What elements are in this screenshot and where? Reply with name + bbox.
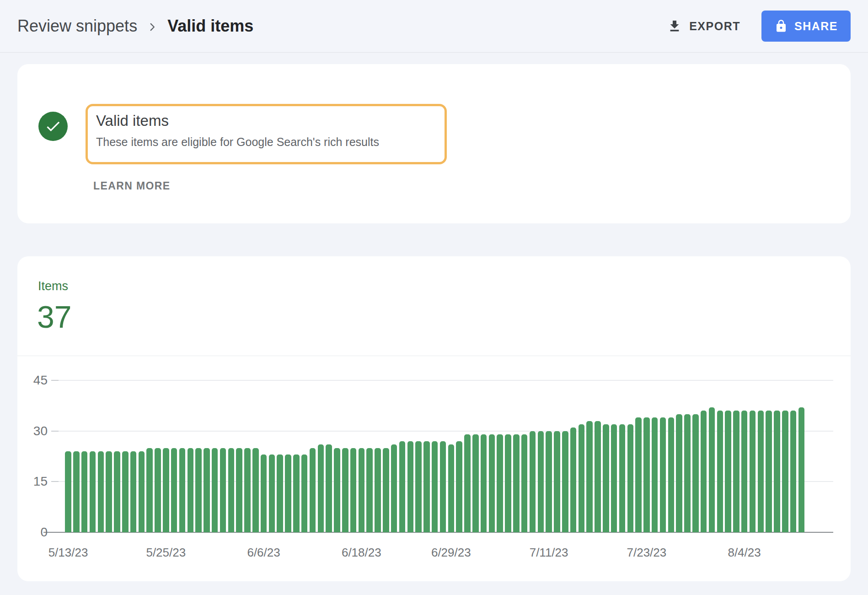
bar[interactable] <box>774 411 780 532</box>
bar[interactable] <box>179 448 186 532</box>
bar[interactable] <box>212 448 218 532</box>
bar[interactable] <box>464 434 471 532</box>
bar[interactable] <box>163 448 169 532</box>
bar[interactable] <box>106 451 112 532</box>
bar[interactable] <box>782 411 788 532</box>
export-button[interactable]: EXPORT <box>667 19 740 33</box>
bar[interactable] <box>595 421 601 533</box>
bar[interactable] <box>293 454 300 532</box>
bar[interactable] <box>269 454 275 532</box>
bar[interactable] <box>660 417 666 532</box>
bar[interactable] <box>750 411 756 532</box>
bar[interactable] <box>342 448 348 532</box>
bar[interactable] <box>489 434 495 532</box>
bar[interactable] <box>733 411 739 532</box>
bar[interactable] <box>448 444 455 532</box>
bar[interactable] <box>171 448 177 532</box>
x-axis-label: 8/4/23 <box>708 546 781 559</box>
learn-more-link[interactable]: LEARN MORE <box>93 180 171 192</box>
bar[interactable] <box>334 448 340 532</box>
bar[interactable] <box>676 414 682 532</box>
breadcrumb-parent-link[interactable]: Review snippets <box>17 16 137 36</box>
bar[interactable] <box>684 414 691 532</box>
bar[interactable] <box>155 448 161 532</box>
bar[interactable] <box>244 448 251 532</box>
share-button[interactable]: SHARE <box>761 11 851 42</box>
bar[interactable] <box>481 434 487 532</box>
bar[interactable] <box>220 448 226 532</box>
bar[interactable] <box>391 444 397 532</box>
bar[interactable] <box>375 448 381 532</box>
bar[interactable] <box>228 448 235 532</box>
bar[interactable] <box>204 448 210 532</box>
bar[interactable] <box>635 417 642 532</box>
bar[interactable] <box>415 441 422 532</box>
y-axis-label: 30 <box>17 424 48 438</box>
bar[interactable] <box>236 448 242 532</box>
bar[interactable] <box>709 407 715 532</box>
bar[interactable] <box>146 448 153 532</box>
bar[interactable] <box>579 424 585 532</box>
bar[interactable] <box>619 424 626 532</box>
bar[interactable] <box>440 441 446 532</box>
bar[interactable] <box>366 448 373 532</box>
bar[interactable] <box>701 411 707 532</box>
x-axis-label: 5/25/23 <box>129 546 203 559</box>
bar[interactable] <box>668 417 675 532</box>
bar[interactable] <box>407 441 414 532</box>
bar[interactable] <box>139 451 145 532</box>
bar[interactable] <box>790 411 797 532</box>
bar[interactable] <box>432 441 438 532</box>
bar[interactable] <box>188 448 194 532</box>
bar[interactable] <box>643 417 650 532</box>
bar[interactable] <box>570 427 577 532</box>
bar[interactable] <box>350 448 357 532</box>
bar[interactable] <box>717 411 723 532</box>
bar[interactable] <box>261 454 267 532</box>
bar[interactable] <box>546 431 552 532</box>
bar[interactable] <box>538 431 544 532</box>
bar[interactable] <box>301 454 308 532</box>
bar[interactable] <box>195 448 202 532</box>
bar[interactable] <box>114 451 120 532</box>
y-axis-tick <box>51 431 59 432</box>
bar[interactable] <box>285 454 291 532</box>
bar[interactable] <box>611 424 617 532</box>
bar[interactable] <box>692 414 699 532</box>
bar[interactable] <box>456 441 462 532</box>
bar[interactable] <box>505 434 511 532</box>
bar[interactable] <box>326 444 332 532</box>
bar[interactable] <box>586 421 593 533</box>
bar[interactable] <box>472 434 479 532</box>
bar[interactable] <box>81 451 88 532</box>
bar[interactable] <box>725 411 731 532</box>
bar[interactable] <box>741 411 748 532</box>
bar[interactable] <box>310 448 316 532</box>
bar[interactable] <box>423 441 430 532</box>
bar[interactable] <box>252 448 259 532</box>
bar[interactable] <box>603 424 609 532</box>
bar[interactable] <box>98 451 104 532</box>
bar[interactable] <box>798 407 805 532</box>
bar[interactable] <box>521 434 528 532</box>
bar[interactable] <box>554 431 560 532</box>
bar[interactable] <box>562 431 568 532</box>
bar[interactable] <box>497 434 503 532</box>
bar[interactable] <box>399 441 406 532</box>
bar[interactable] <box>530 431 536 532</box>
bar[interactable] <box>766 411 772 532</box>
bar[interactable] <box>758 411 764 532</box>
bar[interactable] <box>652 417 658 532</box>
breadcrumb: Review snippets Valid items <box>17 16 253 36</box>
bar[interactable] <box>627 424 634 532</box>
bar[interactable] <box>90 451 96 532</box>
bar[interactable] <box>383 448 389 532</box>
bar[interactable] <box>513 434 520 532</box>
bar[interactable] <box>65 451 71 532</box>
bar[interactable] <box>277 454 283 532</box>
bar[interactable] <box>359 448 365 532</box>
bar[interactable] <box>130 451 137 532</box>
bar[interactable] <box>73 451 80 532</box>
bar[interactable] <box>122 451 129 532</box>
bar[interactable] <box>318 444 324 532</box>
